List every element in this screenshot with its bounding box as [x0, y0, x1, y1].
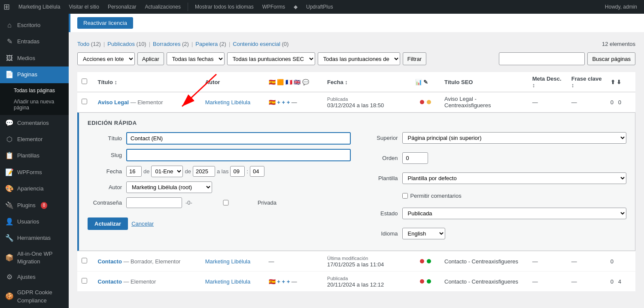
sidebar-item-elementor[interactable]: ⬡ Elementor: [0, 131, 69, 148]
wpforms-icon: 📝: [5, 168, 14, 177]
qe-plantilla-select[interactable]: Plantilla por defecto: [402, 172, 627, 184]
sidebar-item-plantillas[interactable]: 📋 Plantillas: [0, 148, 69, 164]
qe-idioma-label: Idioma: [364, 230, 398, 237]
usuarios-icon: 👤: [5, 217, 14, 226]
filter-toolbar: Acciones en lote Aplicar Todas las fecha…: [77, 52, 635, 65]
dot-green-contacto-borrador: [427, 259, 431, 263]
filtrar-button[interactable]: Filtrar: [403, 52, 426, 65]
sidebar-item-apariencia[interactable]: 🎨 Apariencia: [0, 181, 69, 197]
sidebar-item-wpforms[interactable]: 📝 WPForms: [0, 164, 69, 181]
select-all-checkbox[interactable]: [82, 79, 87, 84]
sidebar-sub-todas[interactable]: Todas las páginas: [0, 85, 69, 96]
qe-superior-select[interactable]: Página principal (sin superior): [402, 132, 627, 144]
sidebar-item-escritorio[interactable]: ⌂ Escritorio: [0, 17, 69, 33]
admin-bar: ⊞ Marketing Libélula Visitar el sitio Pe…: [0, 0, 644, 14]
qe-hora-input[interactable]: [230, 166, 245, 177]
qe-slug-label: Slug: [88, 152, 122, 158]
main-content: Reactivar licencia Todo (12) | Publicado…: [69, 14, 644, 308]
acciones-select[interactable]: Acciones en lote: [77, 52, 135, 65]
admin-bar-elementor-icon[interactable]: ◆: [290, 2, 301, 12]
row-checkbox-contacto-borrador[interactable]: [82, 258, 87, 263]
buscar-paginas-button[interactable]: Buscar páginas: [587, 52, 635, 65]
sidebar-item-medios[interactable]: 🖼 Medios: [0, 50, 69, 66]
filter-borradores[interactable]: Borradores (2): [153, 41, 189, 47]
filter-publicados[interactable]: Publicados (10): [107, 41, 146, 47]
cancelar-button[interactable]: Cancelar: [131, 220, 154, 227]
sidebar-item-comentarios[interactable]: 💬 Comentarios: [0, 115, 69, 131]
qe-minuto-input[interactable]: [250, 166, 264, 177]
admin-bar-customize[interactable]: Personalizar: [104, 2, 140, 12]
th-fecha[interactable]: Fecha ↕: [323, 72, 411, 92]
sidebar-item-ajustes[interactable]: ⚙ Ajustes: [0, 269, 69, 285]
page-link-contacto-borrador[interactable]: Contacto: [98, 258, 122, 265]
sidebar-item-herramientas[interactable]: 🔧 Herramientas: [0, 230, 69, 246]
page-link-contacto-elementor[interactable]: Contacto: [98, 278, 122, 285]
admin-bar-wpforms[interactable]: WPForms: [259, 2, 289, 12]
author-link-aviso[interactable]: Marketing Libélula: [205, 99, 251, 106]
qe-orden-input[interactable]: [402, 152, 428, 164]
search-area: Buscar páginas: [499, 52, 635, 65]
qe-fecha-row: Fecha de 01-Ene 02-Feb 03: [88, 166, 351, 177]
admin-bar-mostrar-idiomas[interactable]: Mostrar todos los idiomas: [191, 2, 257, 12]
qe-privada-checkbox[interactable]: [196, 200, 256, 205]
plantillas-icon: 📋: [5, 151, 14, 160]
filter-contenido-esencial[interactable]: Contenido esencial (0): [233, 41, 289, 47]
admin-bar-site[interactable]: Marketing Libélula: [15, 2, 64, 12]
qe-mes-select[interactable]: 01-Ene 02-Feb 03-Mar 04-Abr 05-May 06-Ju…: [151, 166, 183, 177]
qe-left: Título Slug Fecha: [88, 132, 351, 244]
qe-idioma-select[interactable]: English Español Français Català: [402, 228, 445, 239]
th-frase-clave[interactable]: Frase clave ↕: [567, 72, 606, 92]
qe-autor-select[interactable]: Marketing Libélula (root): [126, 181, 212, 193]
page-link-aviso[interactable]: Aviso Legal: [98, 99, 129, 106]
filter-todo[interactable]: Todo (12): [77, 41, 101, 47]
row-checkbox-aviso[interactable]: [82, 99, 87, 104]
qe-anio-input[interactable]: [193, 166, 215, 177]
aplicar-button[interactable]: Aplicar: [137, 52, 164, 65]
table-container: Título ↕ Autor 🇪🇸 🟧 🇫🇷 🇬🇧 💬 Fecha ↕ 📊 ✎ …: [69, 72, 644, 300]
admin-bar-visit[interactable]: Visitar el sitio: [65, 2, 102, 12]
row-meta-contacto-borrador: —: [528, 251, 567, 272]
reactivar-licencia-button[interactable]: Reactivar licencia: [77, 17, 133, 29]
sidebar-sub-anadir[interactable]: Añadir una nueva página: [0, 96, 69, 113]
search-input[interactable]: [499, 52, 585, 65]
actualizar-button[interactable]: Actualizar: [88, 217, 128, 230]
ajustes-icon: ⚙: [5, 272, 14, 282]
paginas-icon: 📄: [5, 70, 14, 79]
qe-superior-label: Superior: [364, 135, 398, 141]
qe-permitir-label[interactable]: Permitir comentarios: [402, 193, 462, 199]
qe-dia-input[interactable]: [126, 166, 142, 177]
author-link-contacto-borrador[interactable]: Marketing Libélula: [205, 258, 251, 265]
escritorio-icon: ⌂: [5, 21, 14, 30]
sidebar-item-allinone[interactable]: 📦 All-in-One WP Migration: [0, 247, 69, 269]
sidebar-item-entradas[interactable]: ✎ Entradas: [0, 33, 69, 50]
filter-papelera[interactable]: Papelera (2): [195, 41, 226, 47]
sidebar-sub-paginas: Todas las páginas Añadir una nueva págin…: [0, 83, 69, 115]
qe-plantilla-label: Plantilla: [364, 175, 398, 181]
row-flags-contacto-elementor: 🇪🇸 + + + —: [264, 272, 323, 292]
quick-edit-title: EDICIÓN RÁPIDA: [88, 120, 626, 126]
qe-permitir-checkbox[interactable]: [402, 193, 408, 199]
row-checkbox-contacto-elementor[interactable]: [82, 278, 87, 284]
qe-estado-select[interactable]: Publicada Borrador Pendiente de revisión: [402, 208, 627, 219]
qe-estado-row: Estado Publicada Borrador Pendiente de r…: [364, 208, 627, 219]
admin-bar-user[interactable]: Howdy, admin: [601, 2, 641, 12]
puntuaciones-de-select[interactable]: Todas las puntuaciones de: [318, 52, 400, 65]
qe-titulo-input[interactable]: [126, 132, 351, 145]
qe-privada-label[interactable]: Privada: [196, 199, 276, 206]
th-meta-desc[interactable]: Meta Desc. ↕: [528, 72, 567, 92]
fechas-select[interactable]: Todas las fechas: [167, 52, 225, 65]
qe-estado-label: Estado: [364, 210, 398, 217]
sidebar-item-plugins[interactable]: 🔌 Plugins 8: [0, 197, 69, 214]
admin-bar-updraftplus[interactable]: UpdraftPlus: [303, 2, 337, 12]
allinone-icon: 📦: [5, 253, 14, 263]
admin-bar-updates[interactable]: Actualizaciones: [142, 2, 184, 12]
qe-contrasena-row: Contraseña -0- Privada: [88, 197, 351, 208]
sidebar-item-gdpr[interactable]: 🍪 GDPR Cookie Compliance: [0, 285, 69, 308]
sidebar-item-usuarios[interactable]: 👤 Usuarios: [0, 214, 69, 230]
qe-password-input[interactable]: [126, 197, 182, 208]
author-link-contacto-elementor[interactable]: Marketing Libélula: [205, 278, 251, 285]
th-titulo[interactable]: Título ↕: [94, 72, 201, 92]
qe-slug-input[interactable]: [126, 149, 351, 161]
sidebar-item-paginas[interactable]: 📄 Páginas: [0, 66, 69, 83]
puntuaciones-sec-select[interactable]: Todas las puntuaciones SEC: [227, 52, 315, 65]
